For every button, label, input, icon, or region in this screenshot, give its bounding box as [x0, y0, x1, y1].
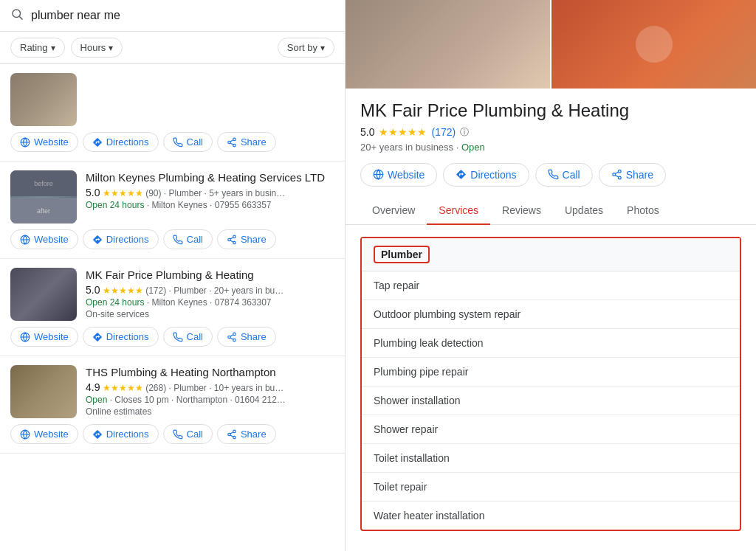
directions-label-3: Directions: [106, 331, 149, 342]
call-btn-3[interactable]: Call: [163, 327, 213, 347]
service-item-3: Plumbing leak detection: [362, 329, 740, 358]
result-info-4: THS Plumbing & Heating Northampton 4.9 ★…: [86, 365, 334, 418]
action-buttons-3: Website Directions Call Share: [10, 327, 334, 347]
right-panel: MK Fair Price Plumbing & Heating 5.0 ★★★…: [346, 0, 756, 551]
globe-icon-2: [20, 235, 30, 245]
action-buttons-2: Website Directions Call Share: [10, 229, 334, 249]
directions-icon-detail: [456, 169, 467, 180]
svg-point-12: [228, 238, 231, 241]
action-buttons-4: Website Directions Call Share: [10, 424, 334, 444]
detail-directions-btn[interactable]: Directions: [443, 163, 529, 187]
service-item-8: Toilet repair: [362, 473, 740, 502]
detail-share-btn[interactable]: Share: [599, 163, 666, 187]
share-label-3: Share: [241, 331, 267, 342]
share-btn-1[interactable]: Share: [217, 132, 276, 152]
rating-filter[interactable]: Rating: [10, 38, 65, 58]
svg-point-19: [228, 336, 231, 339]
hours-filter[interactable]: Hours: [71, 38, 123, 58]
result-name-4: THS Plumbing & Heating Northampton: [86, 365, 334, 380]
directions-label-2: Directions: [106, 234, 149, 245]
svg-point-0: [13, 10, 21, 18]
share-btn-3[interactable]: Share: [217, 327, 276, 347]
tab-updates[interactable]: Updates: [553, 197, 615, 225]
result-extra-3: On-site services: [86, 309, 334, 319]
website-btn-2[interactable]: Website: [10, 229, 78, 249]
tab-reviews[interactable]: Reviews: [490, 197, 553, 225]
info-icon[interactable]: ⓘ: [460, 126, 469, 139]
sort-label: Sort by: [287, 42, 317, 53]
result-item-2: before after Milton Keynes Plumbing & He…: [0, 162, 345, 259]
svg-line-36: [615, 172, 618, 173]
call-btn-2[interactable]: Call: [163, 229, 213, 249]
directions-btn-1[interactable]: Directions: [83, 132, 159, 152]
call-btn-1[interactable]: Call: [163, 132, 213, 152]
globe-icon-4: [20, 429, 30, 440]
share-btn-2[interactable]: Share: [217, 229, 276, 249]
phone-icon-3: [173, 332, 183, 342]
search-bar: [0, 0, 345, 32]
detail-website-label: Website: [388, 169, 425, 181]
svg-point-20: [233, 339, 236, 342]
call-label-4: Call: [187, 429, 203, 440]
category-badge: Plumber: [374, 246, 430, 263]
directions-icon-3: [92, 332, 103, 342]
directions-btn-2[interactable]: Directions: [83, 229, 159, 249]
detail-review-count: (172): [431, 126, 456, 138]
directions-icon-1: [92, 137, 103, 148]
svg-line-15: [230, 237, 233, 238]
svg-line-1: [19, 16, 22, 19]
svg-line-29: [230, 432, 233, 433]
directions-label-1: Directions: [106, 136, 149, 148]
tab-overview[interactable]: Overview: [360, 197, 427, 225]
hours-label: Hours: [80, 42, 106, 53]
phone-icon-2: [173, 235, 183, 245]
directions-icon-2: [92, 235, 103, 245]
website-label-1: Website: [34, 136, 69, 148]
website-btn-1[interactable]: Website: [10, 132, 78, 152]
globe-icon-detail: [373, 169, 384, 180]
phone-icon-1: [173, 137, 183, 148]
photo-2: [551, 0, 756, 89]
search-input[interactable]: [31, 9, 334, 22]
directions-icon-4: [92, 429, 103, 440]
directions-btn-4[interactable]: Directions: [83, 424, 159, 444]
result-extra-4: Online estimates: [86, 406, 334, 417]
sort-button[interactable]: Sort by: [278, 38, 334, 58]
website-label-3: Website: [34, 331, 69, 342]
years-badge: 20+ years in business · Open: [360, 142, 741, 153]
left-panel: Rating Hours Sort by Website: [0, 0, 346, 551]
svg-line-35: [615, 176, 618, 177]
share-icon-1: [227, 137, 237, 148]
detail-rating: 5.0: [360, 126, 374, 138]
tab-photos[interactable]: Photos: [615, 197, 671, 225]
result-item-3: MK Fair Price Plumbing & Heating 5.0 ★★★…: [0, 259, 345, 356]
svg-point-27: [233, 436, 236, 439]
svg-line-7: [230, 142, 233, 144]
phone-icon-detail: [548, 169, 559, 180]
result-rating-4: 4.9 ★★★★★ (268) · Plumber · 10+ years in…: [86, 381, 334, 393]
business-name: MK Fair Price Plumbing & Heating: [360, 100, 741, 122]
service-item-2: Outdoor plumbing system repair: [362, 300, 740, 329]
share-btn-4[interactable]: Share: [217, 424, 276, 444]
share-label-4: Share: [241, 429, 267, 440]
website-btn-3[interactable]: Website: [10, 327, 78, 347]
sort-chevron-icon: [320, 42, 325, 53]
service-item-9: Water heater installation: [362, 502, 740, 530]
website-btn-4[interactable]: Website: [10, 424, 78, 444]
call-btn-4[interactable]: Call: [163, 424, 213, 444]
detail-website-btn[interactable]: Website: [360, 163, 437, 187]
rating-chevron-icon: [51, 42, 55, 53]
directions-btn-3[interactable]: Directions: [83, 327, 159, 347]
svg-point-26: [228, 433, 231, 436]
search-icon: [10, 7, 24, 24]
result-location-2: Open 24 hours · Milton Keynes · 07955 66…: [86, 200, 334, 210]
results-list: Website Directions Call Share: [0, 64, 345, 551]
service-item-7: Toilet installation: [362, 444, 740, 473]
svg-point-33: [613, 173, 616, 176]
action-buttons-1: Website Directions Call Share: [10, 132, 334, 152]
share-label-1: Share: [241, 136, 267, 148]
photo-1: [346, 0, 550, 89]
svg-point-5: [228, 141, 231, 144]
tab-services[interactable]: Services: [427, 197, 490, 225]
detail-call-btn[interactable]: Call: [535, 163, 593, 187]
